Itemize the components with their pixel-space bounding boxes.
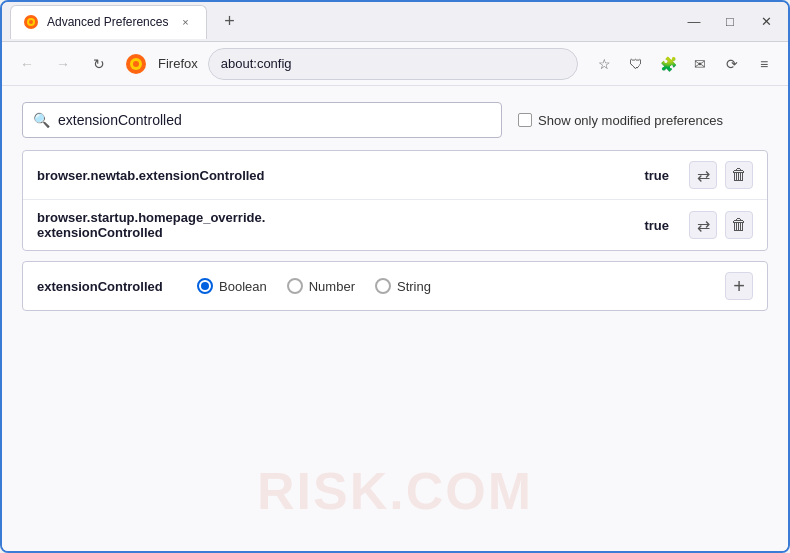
radio-string[interactable]: String — [375, 278, 431, 294]
url-text: about:config — [221, 56, 292, 71]
navigation-bar: ← → ↻ Firefox about:config ☆ 🛡 🧩 — [2, 42, 788, 86]
extensions-button[interactable]: 🧩 — [654, 50, 682, 78]
delete-button-1[interactable]: 🗑 — [725, 161, 753, 189]
reset-icon-2: ⇄ — [697, 216, 710, 235]
results-table: browser.newtab.extensionControlled true … — [22, 150, 768, 251]
pref-name-2-line2: extensionControlled — [37, 225, 163, 240]
radio-boolean-label: Boolean — [219, 279, 267, 294]
show-modified-text: Show only modified preferences — [538, 113, 723, 128]
tab-favicon-icon — [23, 14, 39, 30]
pref-name-1: browser.newtab.extensionControlled — [37, 168, 634, 183]
delete-icon-1: 🗑 — [731, 166, 747, 184]
type-options: Boolean Number String — [197, 278, 705, 294]
tab-title: Advanced Preferences — [47, 15, 168, 29]
row-actions-2: ⇄ 🗑 — [689, 211, 753, 239]
search-icon: 🔍 — [33, 112, 50, 128]
add-pref-row: extensionControlled Boolean Number Strin… — [22, 261, 768, 311]
refresh-icon: ↻ — [93, 56, 105, 72]
table-row: browser.newtab.extensionControlled true … — [23, 151, 767, 200]
pref-name-2: browser.startup.homepage_override. exten… — [37, 210, 634, 240]
firefox-logo-icon — [124, 52, 148, 76]
delete-icon-2: 🗑 — [731, 216, 747, 234]
show-modified-label[interactable]: Show only modified preferences — [518, 113, 723, 128]
radio-string-circle — [375, 278, 391, 294]
close-window-button[interactable]: ✕ — [752, 8, 780, 36]
pref-value-2: true — [644, 218, 669, 233]
tab-close-button[interactable]: × — [176, 13, 194, 31]
radio-boolean-circle — [197, 278, 213, 294]
browser-window: Advanced Preferences × + — □ ✕ ← → ↻ Fir… — [0, 0, 790, 553]
address-bar[interactable]: about:config — [208, 48, 578, 80]
search-bar: 🔍 Show only modified preferences — [22, 102, 768, 138]
radio-number[interactable]: Number — [287, 278, 355, 294]
refresh-button[interactable]: ↻ — [84, 49, 114, 79]
radio-number-label: Number — [309, 279, 355, 294]
svg-point-5 — [133, 61, 139, 67]
sync-button[interactable]: ⟳ — [718, 50, 746, 78]
radio-string-label: String — [397, 279, 431, 294]
extension-icon: 🧩 — [660, 56, 677, 72]
maximize-button[interactable]: □ — [716, 8, 744, 36]
back-icon: ← — [20, 56, 34, 72]
add-pref-button[interactable]: + — [725, 272, 753, 300]
title-bar: Advanced Preferences × + — □ ✕ — [2, 2, 788, 42]
nav-tools: ☆ 🛡 🧩 ✉ ⟳ ≡ — [590, 50, 778, 78]
pref-name-2-line1: browser.startup.homepage_override. — [37, 210, 265, 225]
menu-button[interactable]: ≡ — [750, 50, 778, 78]
search-wrapper[interactable]: 🔍 — [22, 102, 502, 138]
star-icon: ☆ — [598, 56, 611, 72]
show-modified-checkbox[interactable] — [518, 113, 532, 127]
reset-icon-1: ⇄ — [697, 166, 710, 185]
menu-icon: ≡ — [760, 56, 768, 72]
new-pref-name: extensionControlled — [37, 279, 177, 294]
pref-value-1: true — [644, 168, 669, 183]
forward-icon: → — [56, 56, 70, 72]
radio-boolean-fill — [201, 282, 209, 290]
window-controls: — □ ✕ — [680, 8, 780, 36]
minimize-button[interactable]: — — [680, 8, 708, 36]
shield-icon: 🛡 — [629, 56, 643, 72]
table-row: browser.startup.homepage_override. exten… — [23, 200, 767, 250]
reset-button-2[interactable]: ⇄ — [689, 211, 717, 239]
browser-name-label: Firefox — [158, 56, 198, 71]
forward-button[interactable]: → — [48, 49, 78, 79]
watermark: RISK.COM — [257, 461, 533, 521]
page-content: 🔍 Show only modified preferences browser… — [2, 86, 788, 551]
shield-button[interactable]: 🛡 — [622, 50, 650, 78]
mail-button[interactable]: ✉ — [686, 50, 714, 78]
row-actions-1: ⇄ 🗑 — [689, 161, 753, 189]
browser-tab[interactable]: Advanced Preferences × — [10, 5, 207, 39]
bookmark-button[interactable]: ☆ — [590, 50, 618, 78]
svg-point-2 — [29, 20, 33, 24]
new-tab-button[interactable]: + — [215, 8, 243, 36]
back-button[interactable]: ← — [12, 49, 42, 79]
radio-boolean[interactable]: Boolean — [197, 278, 267, 294]
sync-icon: ⟳ — [726, 56, 738, 72]
mail-icon: ✉ — [694, 56, 706, 72]
reset-button-1[interactable]: ⇄ — [689, 161, 717, 189]
delete-button-2[interactable]: 🗑 — [725, 211, 753, 239]
search-input[interactable] — [58, 112, 491, 128]
radio-number-circle — [287, 278, 303, 294]
